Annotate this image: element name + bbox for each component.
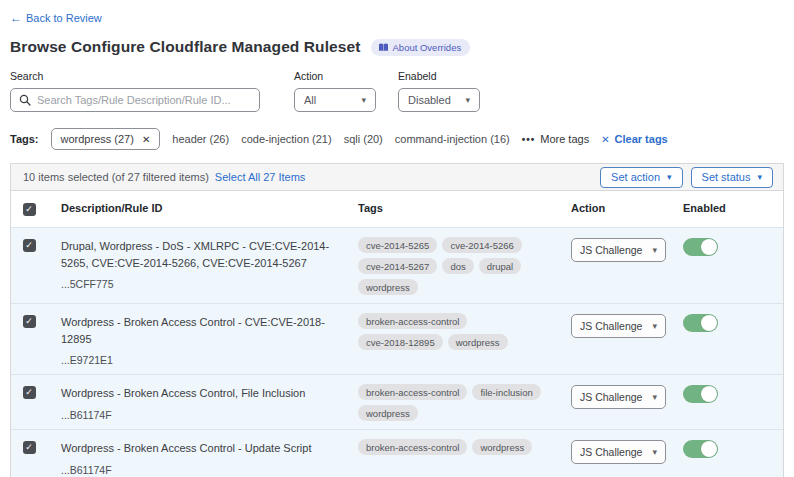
set-action-button[interactable]: Set action ▾ [600, 167, 682, 188]
search-icon [19, 94, 31, 106]
about-overrides-badge[interactable]: About Overrides [371, 39, 471, 56]
row-checkbox[interactable] [23, 315, 36, 328]
row-action-cell: JS Challenge ▾ [571, 385, 683, 409]
search-input[interactable] [37, 94, 251, 106]
enabled-toggle[interactable] [683, 314, 718, 332]
row-checkbox[interactable] [23, 239, 36, 252]
rule-tag: wordpress [358, 405, 418, 421]
rule-tag: wordpress [448, 334, 508, 350]
rule-tag: wordpress [472, 439, 532, 455]
enabled-toggle[interactable] [683, 440, 718, 458]
rule-tag: broken-access-control [358, 439, 467, 455]
rule-action-select[interactable]: JS Challenge ▾ [571, 385, 666, 409]
toggle-knob [701, 315, 717, 331]
rule-id: ...5CFF775 [61, 278, 344, 290]
toggle-knob [701, 386, 717, 402]
header-action: Action [571, 202, 683, 214]
tag-option-command-injection[interactable]: command-injection (16) [395, 133, 510, 145]
ellipsis-icon: ••• [522, 134, 536, 145]
enabled-toggle[interactable] [683, 238, 718, 256]
rule-tag: broken-access-control [358, 384, 467, 400]
row-checkbox[interactable] [23, 386, 36, 399]
rule-action-select[interactable]: JS Challenge ▾ [571, 440, 666, 464]
chevron-down-icon: ▾ [757, 172, 762, 182]
action-filter: Action All ▾ [294, 70, 376, 112]
search-filter: Search [10, 70, 260, 112]
enabled-filter: Enabeld Disabled ▾ [398, 70, 480, 112]
more-tags-button[interactable]: ••• More tags [522, 133, 589, 145]
select-all-link[interactable]: Select All 27 Items [215, 171, 306, 183]
header-enabled: Enabled [683, 202, 783, 214]
selected-tag-label: wordpress (27) [61, 133, 134, 145]
row-description-cell: Wordpress - Broken Access Control, File … [61, 385, 358, 421]
rule-id: ...B61174F [61, 409, 344, 421]
tag-option-code-injection[interactable]: code-injection (21) [241, 133, 332, 145]
rule-tags-cell: cve-2014-5265cve-2014-5266cve-2014-5267d… [358, 237, 571, 295]
action-select-value: All [304, 94, 316, 106]
set-status-label: Set status [702, 171, 751, 183]
search-box [10, 88, 260, 112]
row-checkbox[interactable] [23, 441, 36, 454]
rule-tag: cve-2014-5266 [442, 237, 521, 253]
enabled-toggle[interactable] [683, 385, 718, 403]
chevron-down-icon: ▾ [652, 447, 657, 457]
row-enabled-cell [683, 440, 783, 458]
header-checkbox-cell [11, 202, 61, 216]
selected-tag-chip[interactable]: wordpress (27) ✕ [51, 128, 161, 150]
table-header-row: Description/Rule ID Tags Action Enabled [11, 191, 783, 227]
header-tags: Tags [358, 202, 571, 214]
rule-tags-cell: broken-access-controlcve-2018-12895wordp… [358, 313, 571, 350]
enabled-select-value: Disabled [408, 94, 451, 106]
rule-description: Drupal, Wordpress - DoS - XMLRPC - CVE:C… [61, 238, 344, 271]
remove-tag-icon[interactable]: ✕ [142, 134, 150, 145]
chevron-down-icon: ▾ [667, 172, 672, 182]
action-select[interactable]: All ▾ [294, 88, 376, 112]
row-action-cell: JS Challenge ▾ [571, 238, 683, 262]
chevron-down-icon: ▾ [652, 245, 657, 255]
chevron-down-icon: ▾ [652, 392, 657, 402]
rule-action-select[interactable]: JS Challenge ▾ [571, 314, 666, 338]
header-description: Description/Rule ID [61, 202, 358, 214]
set-action-label: Set action [611, 171, 660, 183]
tags-bar-label: Tags: [10, 133, 39, 145]
row-enabled-cell [683, 238, 783, 256]
table-body: Drupal, Wordpress - DoS - XMLRPC - CVE:C… [11, 227, 783, 477]
clear-tags-button[interactable]: ✕ Clear tags [601, 133, 668, 145]
rule-description: Wordpress - Broken Access Control - CVE:… [61, 314, 344, 347]
set-status-button[interactable]: Set status ▾ [691, 167, 773, 188]
enabled-label: Enabeld [398, 70, 480, 82]
row-checkbox-cell [11, 238, 61, 252]
clear-tags-label: Clear tags [615, 133, 668, 145]
table-row: Wordpress - Broken Access Control - CVE:… [11, 303, 783, 374]
rule-action-value: JS Challenge [580, 446, 642, 458]
enabled-select[interactable]: Disabled ▾ [398, 88, 480, 112]
action-label: Action [294, 70, 376, 82]
rule-tag: drupal [479, 258, 521, 274]
selection-bar: 10 items selected (of 27 filtered items)… [11, 164, 783, 191]
table-row: Drupal, Wordpress - DoS - XMLRPC - CVE:C… [11, 227, 783, 303]
filters-row: Search Action All ▾ Enabeld Disabled ▾ [10, 70, 784, 112]
selection-summary: 10 items selected (of 27 filtered items) [23, 171, 209, 183]
table-row: Wordpress - Broken Access Control - Upda… [11, 429, 783, 477]
tag-option-header[interactable]: header (26) [172, 133, 229, 145]
book-icon [378, 43, 389, 52]
page: ← Back to Review Browse Configure Cloudf… [0, 0, 794, 477]
search-label: Search [10, 70, 260, 82]
row-enabled-cell [683, 385, 783, 403]
page-title: Browse Configure Cloudflare Managed Rule… [10, 38, 361, 56]
more-tags-label: More tags [540, 133, 589, 145]
rule-id: ...B61174F [61, 464, 344, 476]
rule-action-select[interactable]: JS Challenge ▾ [571, 238, 666, 262]
back-arrow-icon: ← [10, 11, 22, 25]
toggle-knob [701, 441, 717, 457]
table-row: Wordpress - Broken Access Control, File … [11, 374, 783, 429]
back-link[interactable]: ← Back to Review [10, 11, 102, 25]
row-description-cell: Drupal, Wordpress - DoS - XMLRPC - CVE:C… [61, 238, 358, 290]
row-action-cell: JS Challenge ▾ [571, 440, 683, 464]
tag-option-sqli[interactable]: sqli (20) [344, 133, 383, 145]
rule-tags-cell: broken-access-controlfile-inclusionwordp… [358, 384, 571, 421]
row-description-cell: Wordpress - Broken Access Control - Upda… [61, 440, 358, 476]
select-all-checkbox[interactable] [23, 203, 36, 216]
rule-tag: cve-2018-12895 [358, 334, 443, 350]
bulk-actions: Set action ▾ Set status ▾ [600, 167, 773, 188]
